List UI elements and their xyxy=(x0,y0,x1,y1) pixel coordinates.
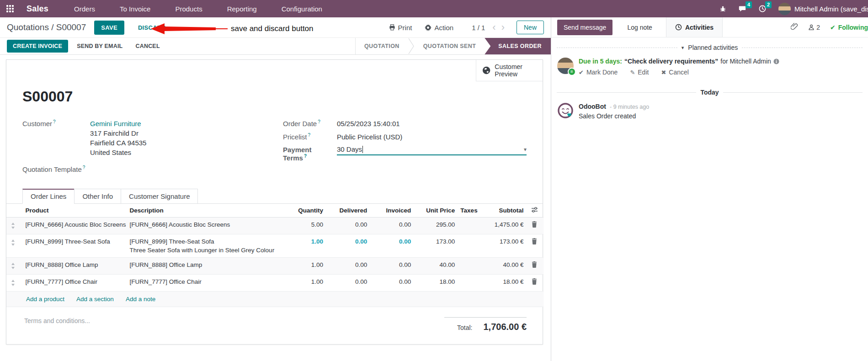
action-button[interactable]: Action xyxy=(425,24,453,32)
apps-grid-icon[interactable] xyxy=(6,5,14,12)
statusbar-chevron-icon xyxy=(408,38,415,54)
order-date-field[interactable]: 05/25/2023 15:40:01 xyxy=(337,119,400,128)
customer-link[interactable]: Gemini Furniture xyxy=(90,120,141,127)
quantity-cell[interactable]: 1.00 xyxy=(285,275,325,292)
payment-terms-input[interactable]: 30 Days ▾ xyxy=(337,145,527,155)
log-note-button[interactable]: Log note xyxy=(624,23,655,32)
activity-edit-button[interactable]: ✎Edit xyxy=(630,69,649,76)
drag-handle-icon[interactable] xyxy=(6,275,20,292)
order-line-row[interactable]: [FURN_8999] Three-Seat Sofa[FURN_8999] T… xyxy=(6,234,543,258)
menu-orders[interactable]: Orders xyxy=(74,5,95,13)
order-line-row[interactable]: [FURN_7777] Office Chair[FURN_7777] Offi… xyxy=(6,275,543,292)
col-description[interactable]: Description xyxy=(128,204,285,218)
pager-next-icon[interactable]: › xyxy=(501,23,505,32)
message-author[interactable]: OdooBot xyxy=(579,103,606,110)
customer-preview-button[interactable]: Customer Preview xyxy=(476,60,543,81)
followers-button[interactable]: 2 xyxy=(808,24,820,31)
delete-line-icon[interactable] xyxy=(525,258,543,275)
drag-handle-icon[interactable] xyxy=(6,234,20,258)
menu-products[interactable]: Products xyxy=(175,5,202,13)
quantity-cell[interactable]: 1.00 xyxy=(285,258,325,275)
invoiced-cell[interactable]: 0.00 xyxy=(369,234,413,258)
description-cell[interactable]: [FURN_8888] Office Lamp xyxy=(128,258,285,275)
delete-line-icon[interactable] xyxy=(525,234,543,258)
info-icon[interactable] xyxy=(773,58,779,64)
print-button[interactable]: Print xyxy=(389,24,412,32)
delete-line-icon[interactable] xyxy=(525,275,543,292)
activity-mark-done-button[interactable]: ✔Mark Done xyxy=(579,69,618,76)
taxes-cell[interactable] xyxy=(457,275,489,292)
menu-configuration[interactable]: Configuration xyxy=(282,5,322,13)
add-a-section-link[interactable]: Add a section xyxy=(76,296,114,303)
unit-price-cell[interactable]: 173.00 xyxy=(413,234,457,258)
invoiced-cell[interactable]: 0.00 xyxy=(369,218,413,234)
menu-to-invoice[interactable]: To Invoice xyxy=(120,5,151,13)
unit-price-cell[interactable]: 18.00 xyxy=(413,275,457,292)
status-quotation[interactable]: QUOTATION xyxy=(356,38,408,54)
description-cell[interactable]: [FURN_7777] Office Chair xyxy=(128,275,285,292)
col-delivered[interactable]: Delivered xyxy=(325,204,369,218)
terms-placeholder[interactable]: Terms and conditions... xyxy=(24,317,90,332)
save-button[interactable]: SAVE xyxy=(94,21,124,35)
breadcrumb-quotations[interactable]: Quotations xyxy=(7,22,49,32)
quantity-cell[interactable]: 1.00 xyxy=(285,234,325,258)
product-cell[interactable]: [FURN_8888] Office Lamp xyxy=(20,258,128,275)
tab-order-lines[interactable]: Order Lines xyxy=(22,189,75,204)
col-unit-price[interactable]: Unit Price xyxy=(413,204,457,218)
activities-button[interactable]: Activities xyxy=(666,17,723,37)
taxes-cell[interactable] xyxy=(457,234,489,258)
user-menu[interactable]: Mitchell Admin (save_discar xyxy=(778,3,868,15)
planned-activities-divider[interactable]: ▾ Planned activities xyxy=(557,44,863,51)
col-product[interactable]: Product xyxy=(20,204,128,218)
activities-clock-icon[interactable]: 2 xyxy=(759,5,766,12)
quantity-cell[interactable]: 5.00 xyxy=(285,218,325,234)
messages-icon[interactable]: 4 xyxy=(739,5,746,12)
create-invoice-button[interactable]: CREATE INVOICE xyxy=(7,40,68,53)
delete-line-icon[interactable] xyxy=(525,218,543,234)
menu-reporting[interactable]: Reporting xyxy=(227,5,257,13)
tab-customer-signature[interactable]: Customer Signature xyxy=(121,189,198,204)
delivered-cell[interactable]: 0.00 xyxy=(325,275,369,292)
chevron-down-icon[interactable]: ▾ xyxy=(524,146,527,153)
today-label: Today xyxy=(700,89,719,96)
order-line-row[interactable]: [FURN_8888] Office Lamp[FURN_8888] Offic… xyxy=(6,258,543,275)
activity-cancel-button[interactable]: ✖Cancel xyxy=(661,69,689,76)
delivered-cell[interactable]: 0.00 xyxy=(325,234,369,258)
unit-price-cell[interactable]: 295.00 xyxy=(413,218,457,234)
status-quotation-sent[interactable]: QUOTATION SENT xyxy=(415,38,485,54)
invoiced-cell[interactable]: 0.00 xyxy=(369,258,413,275)
product-cell[interactable]: [FURN_8999] Three-Seat Sofa xyxy=(20,234,128,258)
col-subtotal[interactable]: Subtotal xyxy=(489,204,526,218)
col-invoiced[interactable]: Invoiced xyxy=(369,204,413,218)
status-sales-order[interactable]: SALES ORDER xyxy=(485,38,551,54)
attachment-paperclip-icon[interactable] xyxy=(791,23,798,32)
product-cell[interactable]: [FURN_6666] Acoustic Bloc Screens xyxy=(20,218,128,234)
invoiced-cell[interactable]: 0.00 xyxy=(369,275,413,292)
cancel-button[interactable]: CANCEL xyxy=(131,40,164,53)
description-cell[interactable]: [FURN_8999] Three-Seat SofaThree Seater … xyxy=(128,234,285,258)
tab-other-info[interactable]: Other Info xyxy=(74,189,121,204)
pager-prev-icon[interactable]: ‹ xyxy=(492,23,495,32)
product-cell[interactable]: [FURN_7777] Office Chair xyxy=(20,275,128,292)
unit-price-cell[interactable]: 40.00 xyxy=(413,258,457,275)
taxes-cell[interactable] xyxy=(457,258,489,275)
add-a-note-link[interactable]: Add a note xyxy=(126,296,155,303)
app-name-sales[interactable]: Sales xyxy=(27,4,48,14)
description-cell[interactable]: [FURN_6666] Acoustic Bloc Screens xyxy=(128,218,285,234)
delivered-cell[interactable]: 0.00 xyxy=(325,258,369,275)
taxes-cell[interactable] xyxy=(457,218,489,234)
drag-handle-icon[interactable] xyxy=(6,218,20,234)
following-button[interactable]: ✔ Following xyxy=(830,24,868,31)
new-button[interactable]: New xyxy=(517,21,544,34)
order-line-row[interactable]: [FURN_6666] Acoustic Bloc Screens[FURN_6… xyxy=(6,218,543,234)
debug-bug-icon[interactable] xyxy=(719,5,726,12)
send-by-email-button[interactable]: SEND BY EMAIL xyxy=(73,40,127,53)
add-a-product-link[interactable]: Add a product xyxy=(26,296,64,303)
pricelist-field[interactable]: Public Pricelist (USD) xyxy=(337,132,402,142)
drag-handle-icon[interactable] xyxy=(6,258,20,275)
optional-columns-icon[interactable] xyxy=(525,204,543,218)
col-taxes[interactable]: Taxes xyxy=(457,204,489,218)
send-message-button[interactable]: Send message xyxy=(557,20,612,35)
col-quantity[interactable]: Quantity xyxy=(285,204,325,218)
delivered-cell[interactable]: 0.00 xyxy=(325,218,369,234)
